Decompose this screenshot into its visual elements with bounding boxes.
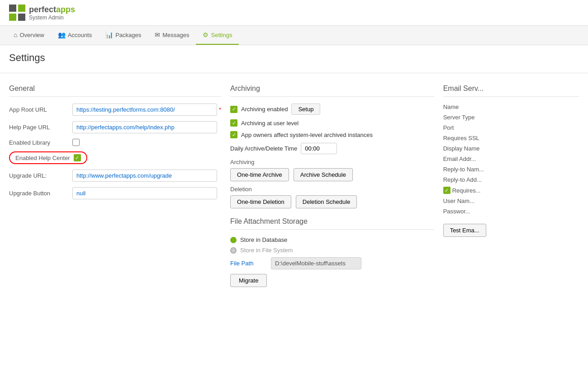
email-display-name-row: Display Name	[443, 145, 579, 152]
email-requires-ssl-label: Requires SSL	[443, 135, 479, 141]
app-owners-row: ✓ App owners affect system-level archive…	[230, 131, 434, 138]
nav-accounts[interactable]: 👥 Accounts	[51, 26, 99, 45]
email-name-row: Name	[443, 104, 579, 110]
archiving-user-level-row: ✓ Archiving at user level	[230, 119, 434, 127]
daily-archive-time-input[interactable]	[301, 143, 337, 154]
upgrade-button-label: Upgrade Button	[9, 190, 72, 197]
logo-text: perfectapps System Admin	[29, 5, 75, 21]
file-attachment-storage-section: File Attachment Storage Store in Databas…	[230, 217, 434, 287]
reply-to-addr-row: Reply-to Add...	[443, 176, 579, 183]
archiving-section-title: Archiving	[230, 85, 434, 97]
upgrade-url-row: Upgrade URL:	[9, 170, 221, 182]
enabled-help-center-checkbox[interactable]: ✓	[74, 154, 81, 161]
help-page-url-label: Help Page URL	[9, 124, 72, 131]
app-root-url-row: App Root URL *	[9, 104, 221, 116]
page-title: Settings	[9, 52, 579, 64]
user-name-row: User Nam...	[443, 198, 579, 204]
email-server-title: Email Serv...	[443, 85, 579, 97]
general-section-title: General	[9, 85, 221, 97]
svg-rect-3	[18, 14, 25, 21]
email-addr-label: Email Addr...	[443, 156, 476, 162]
header: perfectapps System Admin	[0, 0, 588, 26]
settings-icon: ⚙	[203, 31, 209, 38]
requires-checkbox[interactable]: ✓	[443, 187, 450, 194]
nav-messages-label: Messages	[162, 32, 189, 38]
archiving-section: Archiving ✓ Archiving enabled Setup ✓ Ar…	[230, 85, 434, 287]
reply-to-addr-label: Reply-to Add...	[443, 176, 482, 183]
file-path-input[interactable]	[271, 257, 361, 269]
store-fs-radio[interactable]	[230, 247, 237, 254]
archiving-enabled-checkbox[interactable]: ✓	[230, 106, 237, 113]
store-db-label: Store in Database	[240, 236, 287, 243]
email-server-type-row: Server Type	[443, 114, 579, 121]
nav-packages-label: Packages	[115, 32, 141, 38]
file-path-row: File Path	[230, 257, 434, 269]
store-fs-row: Store in File System	[230, 247, 434, 254]
email-requires-ssl-row: Requires SSL	[443, 135, 579, 141]
archiving-user-level-label: Archiving at user level	[241, 120, 299, 127]
setup-button[interactable]: Setup	[291, 104, 320, 115]
email-server-section: Email Serv... Name Server Type Port Requ…	[443, 85, 579, 287]
daily-archive-row: Daily Archive/Delete Time	[230, 143, 434, 154]
logo-icon	[9, 5, 25, 21]
deletion-schedule-button[interactable]: Deletion Schedule	[296, 195, 357, 208]
email-display-name-label: Display Name	[443, 145, 480, 152]
nav-messages[interactable]: ✉ Messages	[148, 26, 196, 45]
password-row: Passwor...	[443, 208, 579, 215]
user-name-label: User Nam...	[443, 198, 474, 204]
email-port-row: Port	[443, 124, 579, 131]
archiving-user-level-checkbox[interactable]: ✓	[230, 119, 237, 127]
reply-to-name-label: Reply-to Nam...	[443, 166, 484, 173]
store-db-radio[interactable]	[230, 237, 237, 243]
enabled-library-row: Enabled Library	[9, 139, 221, 146]
archiving-actions-row: One-time Archive Archive Schedule	[230, 168, 434, 181]
nav-accounts-label: Accounts	[68, 32, 92, 38]
logo-perfect: perfect	[29, 5, 56, 14]
password-label: Passwor...	[443, 208, 470, 215]
deletion-actions-row: One-time Deletion Deletion Schedule	[230, 195, 434, 208]
upgrade-button-input[interactable]	[72, 187, 217, 199]
requires-row: ✓ Requires...	[443, 187, 579, 194]
app-owners-checkbox[interactable]: ✓	[230, 131, 237, 138]
file-storage-title: File Attachment Storage	[230, 217, 434, 230]
archive-schedule-button[interactable]: Archive Schedule	[294, 168, 353, 181]
svg-rect-2	[9, 14, 16, 21]
email-addr-row: Email Addr...	[443, 156, 579, 162]
email-port-label: Port	[443, 124, 454, 131]
upgrade-button-row: Upgrade Button	[9, 187, 221, 199]
store-fs-label: Store in File System	[240, 247, 293, 254]
nav-packages[interactable]: 📊 Packages	[99, 26, 148, 45]
logo-apps: apps	[56, 5, 75, 14]
app-owners-label: App owners affect system-level archived …	[241, 132, 373, 138]
nav-overview[interactable]: ⌂ Overview	[7, 26, 51, 45]
test-email-button[interactable]: Test Ema...	[443, 224, 486, 237]
logo-name: perfectapps	[29, 5, 75, 14]
help-center-highlight: Enabled Help Center ✓	[9, 151, 87, 164]
svg-rect-0	[9, 5, 16, 12]
nav-overview-label: Overview	[19, 32, 44, 38]
home-icon: ⌂	[14, 31, 17, 38]
enabled-library-checkbox[interactable]	[72, 139, 80, 146]
file-path-label: File Path	[230, 260, 266, 267]
svg-rect-1	[18, 5, 25, 12]
accounts-icon: 👥	[58, 31, 66, 38]
help-page-url-input[interactable]	[72, 121, 217, 133]
email-name-label: Name	[443, 104, 459, 110]
migrate-button[interactable]: Migrate	[230, 274, 267, 287]
general-section: General App Root URL * Help Page URL Ena…	[9, 85, 221, 287]
archiving-enabled-row: ✓ Archiving enabled Setup	[230, 104, 434, 115]
deletion-sub-label: Deletion	[230, 186, 434, 193]
archiving-enabled-label: Archiving enabled	[241, 106, 288, 113]
nav-settings-label: Settings	[211, 32, 232, 38]
help-page-url-row: Help Page URL	[9, 121, 221, 133]
reply-to-name-row: Reply-to Nam...	[443, 166, 579, 173]
daily-archive-label: Daily Archive/Delete Time	[230, 145, 297, 152]
packages-icon: 📊	[105, 31, 113, 38]
enabled-help-center-label: Enabled Help Center	[15, 155, 70, 161]
nav-settings[interactable]: ⚙ Settings	[196, 26, 239, 45]
one-time-archive-button[interactable]: One-time Archive	[230, 168, 289, 181]
requires-label: Requires...	[452, 187, 481, 194]
app-root-url-input[interactable]	[72, 104, 217, 116]
one-time-deletion-button[interactable]: One-time Deletion	[230, 195, 291, 208]
upgrade-url-input[interactable]	[72, 170, 217, 182]
